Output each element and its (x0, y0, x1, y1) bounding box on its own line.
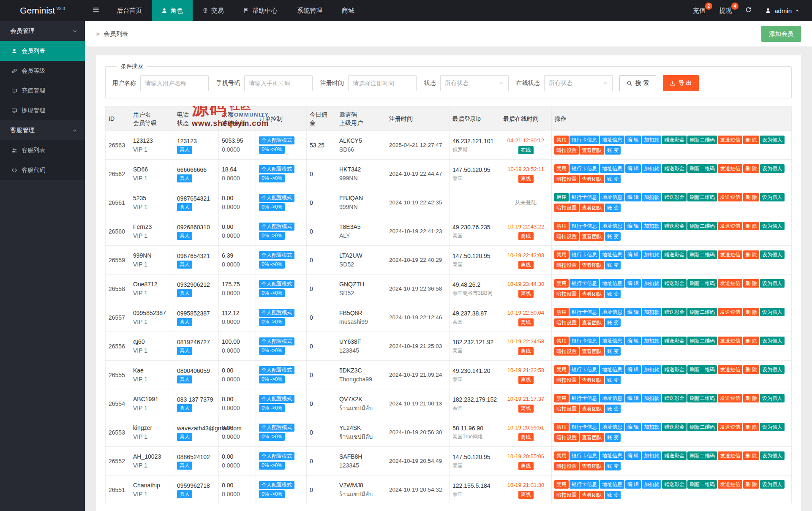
action-button[interactable]: 编 辑 (625, 308, 641, 316)
action-button[interactable]: 发送短信 (718, 279, 742, 288)
action-button[interactable]: 暗扣设置 (554, 405, 579, 413)
withdraw-link[interactable]: 提现 4 (719, 7, 732, 15)
action-button[interactable]: 设为假人 (760, 279, 785, 288)
action-button[interactable]: 设为假人 (760, 423, 785, 431)
action-button[interactable]: 发送短信 (718, 365, 742, 374)
action-button[interactable]: 银行卡信息 (569, 337, 599, 345)
select-field-4[interactable]: 所有状态 (544, 75, 613, 91)
action-button[interactable]: 地址信息 (600, 365, 624, 374)
action-button[interactable]: 加扣款 (642, 423, 661, 431)
action-button[interactable]: 查看团队 (580, 175, 604, 183)
action-button[interactable]: 删 除 (743, 308, 759, 316)
sidebar-item-1-1[interactable]: 客服代码 (0, 160, 85, 180)
action-button[interactable]: 加扣款 (642, 394, 661, 402)
action-button[interactable]: 赠送彩金 (662, 308, 687, 316)
action-button[interactable]: 暗扣设置 (554, 290, 579, 298)
sidebar-item-0-3[interactable]: 提现管理 (0, 101, 85, 120)
action-button[interactable]: 银行卡信息 (569, 136, 599, 144)
action-button[interactable]: 加扣款 (642, 136, 661, 144)
action-button[interactable]: 刷新二维码 (687, 337, 717, 345)
action-button[interactable]: 刷新二维码 (687, 164, 717, 173)
action-button[interactable]: 刷新二维码 (687, 394, 717, 402)
action-button[interactable]: 账 变 (605, 347, 621, 356)
nav-item-1[interactable]: 角色 (152, 0, 193, 21)
action-button[interactable]: 设为假人 (760, 394, 785, 402)
action-button[interactable]: 查看团队 (580, 204, 604, 212)
toggle-status-button[interactable]: 禁用 (554, 480, 569, 489)
action-button[interactable]: 账 变 (605, 146, 621, 155)
action-button[interactable]: 查看团队 (580, 290, 604, 298)
toggle-status-button[interactable]: 禁用 (554, 308, 569, 316)
action-button[interactable]: 发送短信 (718, 250, 742, 259)
action-button[interactable]: 删 除 (743, 394, 759, 402)
action-button[interactable]: 刷新二维码 (687, 193, 717, 201)
action-button[interactable]: 暗扣设置 (554, 462, 579, 470)
action-button[interactable]: 刷新二维码 (687, 308, 717, 316)
action-button[interactable]: 赠送彩金 (662, 193, 687, 201)
action-button[interactable]: 设为假人 (760, 250, 785, 259)
action-button[interactable]: 暗扣设置 (554, 433, 579, 442)
action-button[interactable]: 地址信息 (600, 279, 624, 288)
action-button[interactable]: 赠送彩金 (662, 164, 687, 173)
nav-item-4[interactable]: 系统管理 (287, 0, 332, 21)
action-button[interactable]: 编 辑 (625, 193, 641, 201)
action-button[interactable]: 银行卡信息 (569, 222, 599, 230)
action-button[interactable]: 发送短信 (718, 193, 742, 201)
action-button[interactable]: 地址信息 (600, 250, 624, 259)
refresh-button[interactable] (745, 7, 752, 15)
toggle-status-button[interactable]: 禁用 (554, 365, 569, 374)
action-button[interactable]: 加扣款 (642, 480, 661, 489)
nav-item-3[interactable]: 帮助中心 (234, 0, 287, 21)
action-button[interactable]: 银行卡信息 (569, 250, 599, 259)
action-button[interactable]: 银行卡信息 (569, 480, 599, 489)
toggle-status-button[interactable]: 禁用 (554, 423, 569, 431)
action-button[interactable]: 删 除 (743, 222, 759, 230)
action-button[interactable]: 暗扣设置 (554, 232, 579, 241)
action-button[interactable]: 地址信息 (600, 193, 624, 201)
action-button[interactable]: 设为假人 (760, 480, 785, 489)
action-button[interactable]: 设为假人 (760, 136, 785, 144)
action-button[interactable]: 删 除 (743, 136, 759, 144)
action-button[interactable]: 删 除 (743, 480, 759, 489)
action-button[interactable]: 发送短信 (718, 423, 742, 431)
action-button[interactable]: 赠送彩金 (662, 250, 687, 259)
action-button[interactable]: 设为假人 (760, 164, 785, 173)
action-button[interactable]: 删 除 (743, 279, 759, 288)
action-button[interactable]: 查看团队 (580, 376, 604, 384)
action-button[interactable]: 账 变 (605, 232, 621, 241)
action-button[interactable]: 赠送彩金 (662, 136, 687, 144)
select-field-3[interactable]: 所有状态 (440, 75, 509, 91)
action-button[interactable]: 账 变 (605, 405, 621, 413)
action-button[interactable]: 赠送彩金 (662, 423, 687, 431)
search-input-0[interactable] (140, 75, 209, 91)
toggle-status-button[interactable]: 禁用 (554, 222, 569, 230)
action-button[interactable]: 查看团队 (580, 405, 604, 413)
action-button[interactable]: 查看团队 (580, 261, 604, 269)
user-menu[interactable]: admin (765, 7, 799, 14)
action-button[interactable]: 银行卡信息 (569, 394, 599, 402)
action-button[interactable]: 编 辑 (625, 136, 641, 144)
search-button[interactable]: 搜 索 (619, 75, 656, 91)
recharge-link[interactable]: 充值 2 (693, 7, 706, 15)
action-button[interactable]: 编 辑 (625, 365, 641, 374)
action-button[interactable]: 刷新二维码 (687, 250, 717, 259)
action-button[interactable]: 刷新二维码 (687, 423, 717, 431)
sidebar-item-0-2[interactable]: 充值管理 (0, 81, 85, 101)
action-button[interactable]: 暗扣设置 (554, 347, 579, 356)
action-button[interactable]: 赠送彩金 (662, 365, 687, 374)
action-button[interactable]: 查看团队 (580, 491, 604, 499)
action-button[interactable]: 设为假人 (760, 337, 785, 345)
action-button[interactable]: 地址信息 (600, 394, 624, 402)
toggle-status-button[interactable]: 禁用 (554, 164, 569, 173)
action-button[interactable]: 删 除 (743, 164, 759, 173)
action-button[interactable]: 编 辑 (625, 222, 641, 230)
action-button[interactable]: 暗扣设置 (554, 318, 579, 327)
action-button[interactable]: 地址信息 (600, 136, 624, 144)
action-button[interactable]: 地址信息 (600, 222, 624, 230)
action-button[interactable]: 发送短信 (718, 451, 742, 460)
toggle-status-button[interactable]: 禁用 (554, 394, 569, 402)
action-button[interactable]: 加扣款 (642, 193, 661, 201)
action-button[interactable]: 编 辑 (625, 394, 641, 402)
action-button[interactable]: 删 除 (743, 337, 759, 345)
action-button[interactable]: 编 辑 (625, 337, 641, 345)
